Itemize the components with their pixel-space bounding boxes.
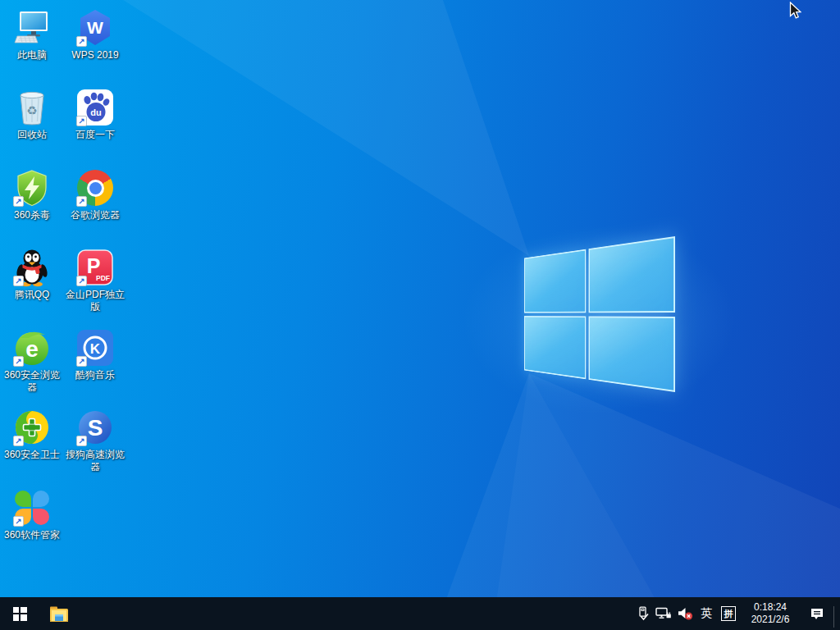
desktop-icon-recycle-bin[interactable]: ♻ 回收站 [0, 88, 64, 141]
360-browser-icon: e ↗ [12, 328, 52, 368]
shortcut-arrow-icon: ↗ [13, 436, 24, 446]
baidu-icon: du ↗ [75, 88, 115, 127]
sogou-icon: S ↗ [75, 408, 115, 447]
desktop-icon-label: WPS 2019 [71, 49, 118, 62]
usb-safely-remove-icon[interactable] [632, 597, 653, 630]
windows-logo-wallpaper [524, 236, 675, 392]
desktop-icon-this-pc[interactable]: 此电脑 [0, 8, 64, 62]
qq-penguin-icon: ↗ [12, 248, 52, 287]
baidu-du-glyph: du [90, 107, 101, 117]
desktop-icon-label: 回收站 [17, 129, 47, 141]
desktop-icon-360-manager[interactable]: ↗ 360软件管家 [0, 488, 64, 541]
desktop-icon-label: 360软件管家 [4, 529, 60, 541]
shortcut-arrow-icon: ↗ [76, 436, 87, 446]
kugou-icon: K ↗ [75, 328, 115, 368]
pdf-icon: P PDF ↗ [75, 248, 115, 287]
desktop-icon-label: 金山PDF独立版 [63, 289, 127, 313]
desktop-icon-label: 百度一下 [75, 129, 115, 141]
this-pc-icon [12, 8, 52, 48]
chrome-icon: ↗ [75, 168, 115, 208]
shortcut-arrow-icon: ↗ [13, 196, 24, 207]
taskbar-clock[interactable]: 0:18:24 2021/2/6 [740, 597, 801, 630]
desktop-icon-label: 360安全浏览器 [0, 369, 64, 394]
desktop-icon-label: 360安全卫士 [4, 449, 60, 461]
notification-icon [810, 607, 824, 621]
windows-logo-pane [524, 316, 587, 380]
desktop-icon-label: 搜狗高速浏览器 [63, 449, 127, 473]
file-explorer-button[interactable] [39, 597, 79, 630]
desktop-icon-label: 谷歌浏览器 [71, 209, 120, 221]
volume-muted-icon[interactable] [674, 597, 696, 630]
desktop-icon-label: 酷狗音乐 [75, 369, 115, 381]
desktop-icon-tencent-qq[interactable]: ↗ 腾讯QQ [0, 248, 64, 301]
shield-icon: ↗ [12, 168, 52, 208]
desktop-icon-kingsoft-pdf[interactable]: P PDF ↗ 金山PDF独立版 [63, 248, 127, 313]
shortcut-arrow-icon: ↗ [76, 276, 87, 286]
shortcut-arrow-icon: ↗ [76, 36, 87, 47]
shortcut-arrow-icon: ↗ [13, 356, 24, 367]
browser-e-glyph: e [25, 336, 39, 362]
kugou-k-glyph: K [90, 341, 101, 357]
folder-icon [48, 605, 70, 623]
taskbar: 英 拼 0:18:24 2021/2/6 [0, 597, 840, 630]
ime-language-indicator[interactable]: 英 [696, 597, 717, 630]
ime-mode-indicator[interactable]: 拼 [717, 597, 740, 630]
desktop-icon-360-antivirus[interactable]: ↗ 360杀毒 [0, 168, 64, 221]
recycle-glyph: ♻ [26, 103, 37, 118]
shortcut-arrow-icon: ↗ [76, 356, 87, 367]
shortcut-arrow-icon: ↗ [76, 196, 87, 207]
action-center-button[interactable] [801, 597, 833, 630]
shortcut-arrow-icon: ↗ [76, 116, 87, 126]
desktop-icon-label: 此电脑 [17, 49, 47, 62]
desktop-icon-kugou-music[interactable]: K ↗ 酷狗音乐 [63, 328, 127, 381]
clock-date: 2021/2/6 [751, 614, 790, 626]
wps-w-glyph: W [87, 18, 103, 37]
pdf-label-glyph: PDF [96, 274, 110, 282]
sogou-s-glyph: S [88, 415, 103, 441]
desktop-icon-label: 腾讯QQ [15, 289, 50, 301]
clock-time: 0:18:24 [754, 601, 787, 614]
recycle-bin-icon: ♻ [12, 88, 52, 127]
windows-logo-pane [524, 249, 587, 313]
360-safe-icon: ↗ [12, 408, 52, 447]
desktop-icon-sogou-browser[interactable]: S ↗ 搜狗高速浏览器 [63, 408, 127, 473]
desktop-icon-wps-2019[interactable]: W ↗ WPS 2019 [63, 8, 127, 62]
shortcut-arrow-icon: ↗ [13, 516, 24, 527]
shortcut-arrow-icon: ↗ [13, 276, 24, 286]
desktop-icon-360-safe[interactable]: ↗ 360安全卫士 [0, 408, 64, 461]
start-button[interactable] [0, 597, 39, 630]
windows-start-icon [13, 607, 27, 621]
desktop-icon-label: 360杀毒 [14, 209, 50, 221]
ime-mode-glyph: 拼 [721, 606, 736, 621]
system-tray: 英 拼 0:18:24 2021/2/6 [632, 597, 840, 630]
desktop-icon-chrome[interactable]: ↗ 谷歌浏览器 [63, 168, 127, 221]
network-icon[interactable] [653, 597, 674, 630]
desktop-icon-360-browser[interactable]: e ↗ 360安全浏览器 [0, 328, 64, 394]
show-desktop-button[interactable] [834, 597, 840, 630]
mouse-cursor [789, 2, 801, 23]
wps-2019-icon: W ↗ [75, 8, 115, 48]
windows-logo-pane [589, 316, 675, 392]
360-manager-icon: ↗ [12, 488, 52, 527]
desktop: 此电脑 W ↗ WPS 2019 ♻ 回收站 [0, 0, 840, 630]
windows-logo-pane [589, 236, 675, 313]
desktop-icon-baidu[interactable]: du ↗ 百度一下 [63, 88, 127, 141]
